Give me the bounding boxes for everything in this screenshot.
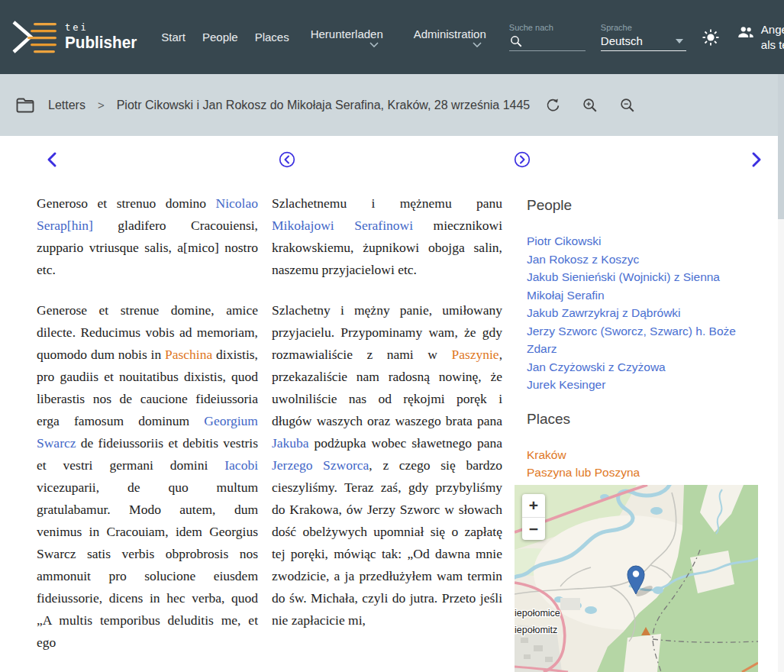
zoom-in-button[interactable]	[582, 97, 598, 114]
dropdown-arrow-icon	[676, 39, 683, 44]
chevron-right-circle-icon	[514, 151, 531, 168]
zoom-out-button[interactable]	[619, 97, 636, 114]
map-zoom-control: + −	[522, 494, 545, 540]
place-link[interactable]: Kraków	[527, 446, 760, 464]
chevron-right-icon	[750, 151, 763, 168]
place-reference-link[interactable]: Paschina	[165, 347, 212, 362]
tei-publisher-app: tei Publisher Start People Places Herunt…	[0, 0, 784, 672]
scrollbar-thumb[interactable]	[778, 74, 784, 219]
menu-item-people[interactable]: People	[201, 27, 240, 47]
chevron-left-icon	[45, 151, 58, 168]
text-segment: vicezuparii, de quo multum gratulabamur.…	[37, 480, 258, 650]
search-field-group: Suche nach	[509, 23, 586, 51]
top-navbar: tei Publisher Start People Places Herunt…	[0, 0, 784, 74]
menu-item-places[interactable]: Places	[253, 27, 291, 47]
main-menu: Start People Places	[160, 27, 290, 47]
places-heading: Places	[527, 411, 760, 428]
text-segment: Szlachetnemu i mężnemu panu	[272, 195, 502, 211]
previous-column-button[interactable]	[279, 151, 295, 168]
document-toolbar	[545, 97, 636, 114]
search-input[interactable]	[526, 34, 586, 48]
users-icon	[737, 24, 755, 40]
person-link[interactable]: Jakub Sienieński (Wojnicki) z Sienna	[527, 268, 760, 286]
text-segment: , z czego się bardzo cieszyliśmy. Teraz …	[272, 457, 502, 628]
breadcrumb-document-title: Piotr Cikowski i Jan Rokosz do Mikołaja …	[117, 99, 531, 112]
account-menu[interactable]: Angemeldet als tei	[737, 22, 784, 53]
map-zoom-in-button[interactable]: +	[522, 494, 545, 517]
people-list: Piotr Cikowski Jan Rokosz z Koszyc Jakub…	[527, 232, 760, 394]
person-link[interactable]: Jan Czyżowski z Czyżowa	[527, 358, 760, 376]
map-town-label-pl: Niepołomice	[515, 608, 560, 619]
breadcrumb-separator: >	[98, 99, 105, 111]
folder-icon	[15, 97, 35, 114]
language-field-group: Sprache Deutsch	[601, 23, 686, 51]
map-town-label-de: Niepołomitz	[515, 625, 557, 635]
latin-paragraph: Generoso et strenuo domino Nicolao Serap…	[37, 192, 258, 281]
theme-toggle-button[interactable]	[702, 28, 720, 47]
map-tiles: Niepołomice Niepołomitz	[515, 485, 758, 672]
metadata-sidebar: People Piotr Cikowski Jan Rokosz z Koszy…	[527, 197, 760, 499]
language-select[interactable]: Deutsch	[601, 34, 686, 51]
polish-text-column: Szlachetnemu i mężnemu panu Mikołajowi S…	[272, 192, 502, 650]
next-page-button[interactable]	[750, 151, 763, 168]
map-zoom-out-button[interactable]: −	[522, 517, 545, 540]
menu-administration-dropdown[interactable]: Administration	[414, 27, 486, 47]
zoom-out-icon	[619, 97, 636, 114]
language-label: Sprache	[601, 23, 686, 32]
zoom-in-icon	[582, 97, 598, 114]
place-link[interactable]: Paszyna lub Poszyna	[527, 464, 760, 482]
tei-publisher-logo[interactable]: tei Publisher	[11, 20, 141, 55]
language-value: Deutsch	[601, 34, 643, 47]
search-box	[509, 34, 586, 51]
polish-paragraph: Szlachetnemu i mężnemu panu Mikołajowi S…	[272, 192, 502, 281]
logo-chevron-icon	[11, 20, 58, 55]
reload-button[interactable]	[545, 97, 561, 113]
person-reference-link[interactable]: Iacobi	[224, 457, 258, 473]
places-map[interactable]: Niepołomice Niepołomitz + −	[515, 485, 758, 672]
chevron-down-icon	[473, 42, 482, 47]
page-scrollbar	[778, 74, 784, 672]
breadcrumb-bar: Letters > Piotr Cikowski i Jan Rokosz do…	[0, 74, 784, 136]
latin-paragraph: Generose et strenue domine, amice dilect…	[37, 299, 258, 654]
person-reference-link[interactable]: Jerzego Szworca	[272, 457, 369, 473]
logo-publisher-label: Publisher	[65, 34, 137, 51]
person-link[interactable]: Jan Rokosz z Koszyc	[527, 250, 760, 269]
person-reference-link[interactable]: Jakuba	[272, 435, 309, 451]
logo-wordmark: tei Publisher	[65, 23, 141, 51]
chevron-left-circle-icon	[279, 151, 295, 168]
polish-paragraph: Szlachetny i mężny panie, umiłowany przy…	[272, 299, 502, 632]
person-link[interactable]: Mikołaj Serafin	[527, 286, 760, 305]
next-column-button[interactable]	[514, 151, 531, 168]
menu-download-dropdown[interactable]: Herunterladen	[311, 27, 383, 47]
places-list: Kraków Paszyna lub Poszyna	[527, 446, 760, 482]
account-label: Angemeldet als tei	[761, 22, 784, 53]
previous-page-button[interactable]	[45, 151, 58, 168]
people-heading: People	[527, 197, 760, 214]
menu-item-start[interactable]: Start	[160, 27, 187, 47]
person-link[interactable]: Jakub Zawrzykraj z Dąbrówki	[527, 304, 760, 322]
chevron-down-icon	[369, 42, 379, 47]
breadcrumb-collection-link[interactable]: Letters	[48, 99, 85, 112]
logo-tei-label: tei	[65, 23, 141, 32]
menu-administration-label: Administration	[414, 27, 486, 40]
text-segment: Generoso et strenuo domino	[37, 195, 216, 211]
search-label: Suche nach	[509, 23, 586, 32]
place-reference-link[interactable]: Paszynie	[451, 347, 498, 362]
menu-download-label: Herunterladen	[311, 27, 383, 40]
person-link[interactable]: Jurek Kesinger	[527, 376, 760, 394]
latin-text-column: Generoso et strenuo domino Nicolao Serap…	[37, 192, 258, 672]
refresh-icon	[545, 97, 561, 113]
search-icon	[509, 34, 523, 48]
person-reference-link[interactable]: Mikołajowi Serafinowi	[272, 218, 413, 233]
person-link[interactable]: Piotr Cikowski	[527, 232, 760, 250]
text-segment: podżupka wobec sławetnego pana	[309, 435, 502, 451]
person-link[interactable]: Jerzy Szworc (Sworcz, Szwarc) h. Boże Zd…	[527, 322, 760, 358]
brightness-sun-icon	[702, 28, 720, 47]
